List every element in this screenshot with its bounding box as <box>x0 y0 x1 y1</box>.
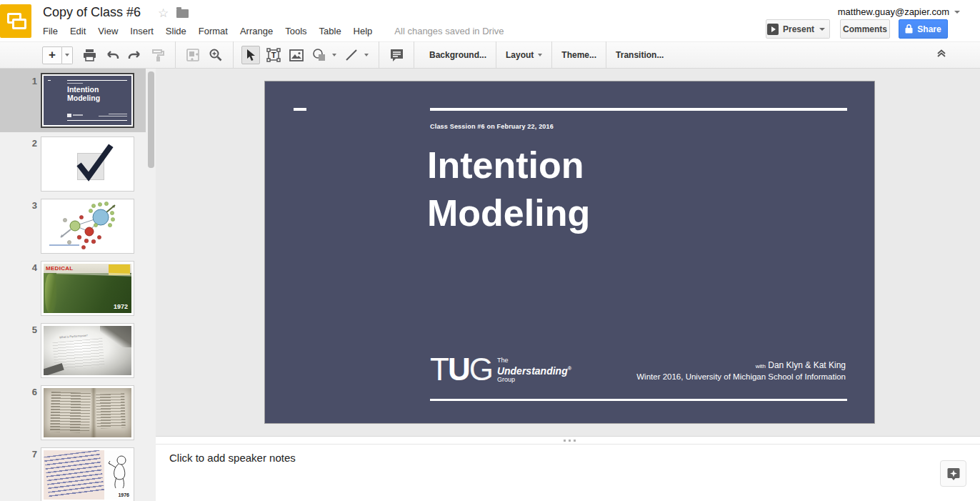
thumbnail-3-caption-line <box>49 244 79 246</box>
menu-slide[interactable]: Slide <box>166 26 186 36</box>
redo-icon[interactable] <box>126 46 144 64</box>
speaker-notes-input[interactable]: Click to add speaker notes <box>169 452 296 464</box>
logo-group-text: Group <box>497 376 571 383</box>
slides-app-icon[interactable] <box>0 4 31 38</box>
slide-thumbnail-1[interactable]: IntentionModeling <box>41 73 134 128</box>
slide-1-number: 1 <box>23 76 37 86</box>
print-icon[interactable] <box>80 46 99 64</box>
present-options-button[interactable] <box>815 19 830 39</box>
menu-file[interactable]: File <box>43 26 58 36</box>
slide-3-number: 3 <box>23 200 37 211</box>
transition-button[interactable]: Transition... <box>606 41 673 69</box>
slide-thumbnail-7[interactable]: 1976 <box>41 447 134 501</box>
menu-insert[interactable]: Insert <box>130 26 154 36</box>
new-slide-group: + <box>42 46 73 64</box>
undo-icon[interactable] <box>103 46 121 64</box>
select-tool-icon[interactable] <box>241 46 260 64</box>
menu-format[interactable]: Format <box>199 26 228 36</box>
account-caret-icon <box>954 11 960 14</box>
slide-thumbnail-4[interactable]: MEDICAL 1972 <box>41 261 134 316</box>
paint-format-icon[interactable] <box>149 46 167 64</box>
background-button[interactable]: Background... <box>420 41 496 69</box>
zoom-icon[interactable] <box>206 46 225 64</box>
new-slide-button[interactable]: + <box>42 46 62 64</box>
notes-resize-handle[interactable] <box>564 440 576 442</box>
share-button[interactable]: Share <box>899 19 948 39</box>
slide-title-text[interactable]: IntentionModeling <box>427 142 590 237</box>
account-email: matthew.guay@zapier.com <box>838 6 949 17</box>
menu-bar: File Edit View Insert Slide Format Arran… <box>43 26 504 36</box>
slide-bottom-line-shape[interactable] <box>430 399 847 401</box>
slide-thumbnail-3[interactable] <box>41 199 134 254</box>
slide-2-number: 2 <box>23 138 37 149</box>
figure-drawing-graphic <box>106 455 130 490</box>
present-button[interactable]: Present <box>766 19 816 39</box>
insert-line-icon[interactable] <box>342 46 361 64</box>
line-caret-icon[interactable] <box>363 54 370 56</box>
toolbar: + T <box>0 41 980 69</box>
collapse-toolbar-icon[interactable] <box>936 47 947 61</box>
star-icon[interactable]: ☆ <box>158 6 169 21</box>
explore-icon <box>946 466 961 482</box>
menu-tools[interactable]: Tools <box>285 26 306 36</box>
google-slides-window: Copy of Class #6 ☆ File Edit View Insert… <box>0 0 980 501</box>
header-bar: Copy of Class #6 ☆ File Edit View Insert… <box>0 0 980 41</box>
menu-view[interactable]: View <box>98 26 118 36</box>
current-slide[interactable]: Class Session #6 on February 22, 2016 In… <box>264 81 875 424</box>
slide-6-number: 6 <box>23 387 37 397</box>
slide-5-number: 5 <box>23 324 37 335</box>
network-diagram-graphic <box>44 202 131 251</box>
present-caret-icon <box>819 28 825 31</box>
slides-icon-front-frame <box>12 19 26 29</box>
folder-icon[interactable] <box>176 9 189 18</box>
comment-insert-icon[interactable] <box>387 46 406 64</box>
thumbnail-5-caption: What is Performance? <box>59 334 88 339</box>
slide-canvas[interactable]: Class Session #6 on February 22, 2016 In… <box>156 69 980 436</box>
document-title[interactable]: Copy of Class #6 <box>43 5 141 20</box>
thumbnail-4-year-text: 1972 <box>114 303 128 310</box>
slide-dash-shape[interactable] <box>294 108 306 111</box>
logo-understanding-text: Understanding® <box>497 364 571 376</box>
slide-thumbnail-5[interactable]: What is Performance? <box>41 323 134 378</box>
notes-divider <box>156 436 980 445</box>
menu-edit[interactable]: Edit <box>70 26 86 36</box>
play-icon <box>767 24 779 35</box>
slide-filmstrip: 1 IntentionModeling 2 3 <box>0 69 156 501</box>
slide-top-line-shape[interactable] <box>430 108 847 111</box>
tug-logo[interactable]: TUG The Understanding® Group <box>430 355 571 384</box>
layout-button[interactable]: Layout <box>496 41 551 69</box>
lock-icon <box>905 24 913 34</box>
checkmark-graphic <box>44 139 131 189</box>
slide-4-number: 4 <box>23 262 37 273</box>
text-box-icon[interactable]: T <box>264 46 283 64</box>
present-label: Present <box>783 24 814 34</box>
speaker-notes-panel: Click to add speaker notes <box>156 445 980 501</box>
menu-table[interactable]: Table <box>319 26 341 36</box>
slide-credits-text[interactable]: with Dan Klyn & Kat King Winter 2016, Un… <box>636 360 846 382</box>
svg-text:T: T <box>271 51 276 59</box>
thumbnail-7-year-text: 1976 <box>118 492 129 497</box>
slide-thumbnail-6[interactable] <box>41 385 134 440</box>
theme-button[interactable]: Theme... <box>552 41 606 69</box>
share-label: Share <box>917 24 941 34</box>
fit-zoom-icon[interactable] <box>184 46 202 64</box>
save-status-text: All changes saved in Drive <box>394 26 504 36</box>
explore-button[interactable] <box>940 460 966 487</box>
filmstrip-scrollbar[interactable] <box>147 69 156 501</box>
filmstrip-scrollbar-thumb[interactable] <box>148 71 154 168</box>
shape-caret-icon[interactable] <box>331 54 338 56</box>
menu-arrange[interactable]: Arrange <box>240 26 273 36</box>
account-menu[interactable]: matthew.guay@zapier.com <box>838 6 960 17</box>
slide-7-number: 7 <box>23 449 37 460</box>
comments-label: Comments <box>843 24 887 34</box>
insert-image-icon[interactable] <box>287 46 306 64</box>
new-slide-caret-button[interactable] <box>62 46 73 64</box>
insert-shape-icon[interactable] <box>310 46 329 64</box>
slide-kicker-text[interactable]: Class Session #6 on February 22, 2016 <box>430 123 554 130</box>
slide-thumbnail-2[interactable] <box>41 137 134 192</box>
layout-caret-icon <box>538 54 542 56</box>
comments-button[interactable]: Comments <box>840 19 890 39</box>
logo-the-text: The <box>497 357 571 364</box>
menu-help[interactable]: Help <box>354 26 373 36</box>
